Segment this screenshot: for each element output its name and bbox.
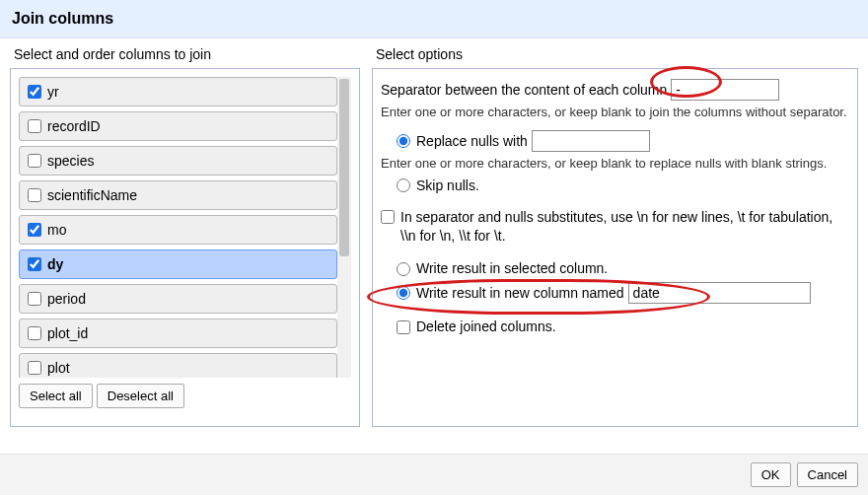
escape-label: In separator and nulls substitutes, use …: [400, 208, 849, 246]
escape-row: In separator and nulls substitutes, use …: [381, 208, 849, 246]
dialog-header: Join columns: [0, 0, 868, 38]
write-new-radio[interactable]: [397, 286, 410, 300]
column-label: recordID: [47, 118, 101, 134]
column-checkbox[interactable]: [28, 188, 41, 202]
column-label: dy: [47, 256, 63, 272]
separator-label: Separator between the content of each co…: [381, 81, 667, 100]
columns-list: yrrecordIDspeciesscientificNamemodyperio…: [19, 77, 337, 378]
escape-checkbox[interactable]: [381, 210, 395, 224]
replace-nulls-input[interactable]: [532, 130, 650, 152]
columns-list-wrap: yrrecordIDspeciesscientificNamemodyperio…: [19, 77, 351, 378]
write-new-row: Write result in new column named: [397, 282, 849, 304]
options-panel-box: Separator between the content of each co…: [372, 68, 858, 427]
columns-panel: Select and order columns to join yrrecor…: [10, 46, 360, 427]
delete-joined-label: Delete joined columns.: [416, 318, 556, 336]
separator-input[interactable]: [671, 79, 779, 101]
replace-nulls-radio[interactable]: [397, 134, 410, 148]
column-label: mo: [47, 222, 66, 238]
write-selected-row: Write result in selected column.: [397, 259, 849, 278]
column-row[interactable]: species: [19, 146, 337, 176]
scrollbar-thumb[interactable]: [339, 79, 349, 256]
column-row[interactable]: plot: [19, 353, 337, 378]
separator-row: Separator between the content of each co…: [381, 79, 849, 101]
column-label: period: [47, 291, 86, 307]
dialog-title: Join columns: [12, 10, 113, 27]
column-row[interactable]: dy: [19, 249, 337, 279]
cancel-button[interactable]: Cancel: [797, 462, 858, 487]
column-checkbox[interactable]: [28, 154, 41, 168]
columns-panel-title: Select and order columns to join: [10, 46, 360, 62]
column-label: species: [47, 153, 94, 169]
skip-nulls-label: Skip nulls.: [416, 177, 479, 195]
deselect-all-button[interactable]: Deselect all: [97, 384, 184, 408]
skip-nulls-row: Skip nulls.: [397, 177, 849, 195]
select-all-button[interactable]: Select all: [19, 384, 93, 408]
column-row[interactable]: plot_id: [19, 318, 337, 348]
replace-nulls-hint: Enter one or more characters, or keep bl…: [381, 156, 849, 172]
column-label: scientificName: [47, 187, 137, 203]
columns-panel-box: yrrecordIDspeciesscientificNamemodyperio…: [10, 68, 360, 427]
delete-joined-row: Delete joined columns.: [397, 318, 849, 336]
write-new-label: Write result in new column named: [416, 284, 624, 303]
delete-joined-checkbox[interactable]: [397, 320, 410, 334]
separator-hint: Enter one or more characters, or keep bl…: [381, 105, 849, 120]
dialog-body: Select and order columns to join yrrecor…: [0, 38, 868, 427]
column-label: plot_id: [47, 325, 88, 341]
column-label: yr: [47, 84, 59, 100]
column-row[interactable]: scientificName: [19, 180, 337, 210]
column-checkbox[interactable]: [28, 119, 41, 133]
column-row[interactable]: yr: [19, 77, 337, 106]
column-checkbox[interactable]: [28, 223, 41, 237]
replace-nulls-row: Replace nulls with: [397, 130, 849, 152]
scrollbar[interactable]: [337, 77, 351, 378]
write-selected-radio[interactable]: [397, 262, 410, 276]
options-panel-title: Select options: [372, 46, 858, 62]
column-label: plot: [47, 360, 70, 376]
column-checkbox[interactable]: [28, 257, 41, 271]
new-column-name-input[interactable]: [628, 282, 811, 304]
write-selected-label: Write result in selected column.: [416, 259, 608, 278]
column-checkbox[interactable]: [28, 326, 41, 340]
column-row[interactable]: recordID: [19, 111, 337, 141]
options-panel: Select options Separator between the con…: [372, 46, 858, 427]
columns-buttons: Select all Deselect all: [19, 384, 351, 408]
skip-nulls-radio[interactable]: [397, 178, 410, 192]
column-checkbox[interactable]: [28, 85, 41, 99]
replace-nulls-label: Replace nulls with: [416, 132, 528, 151]
ok-button[interactable]: OK: [751, 462, 791, 487]
column-checkbox[interactable]: [28, 361, 41, 375]
column-checkbox[interactable]: [28, 292, 41, 306]
column-row[interactable]: mo: [19, 215, 337, 245]
column-row[interactable]: period: [19, 284, 337, 314]
dialog-footer: OK Cancel: [0, 454, 868, 495]
